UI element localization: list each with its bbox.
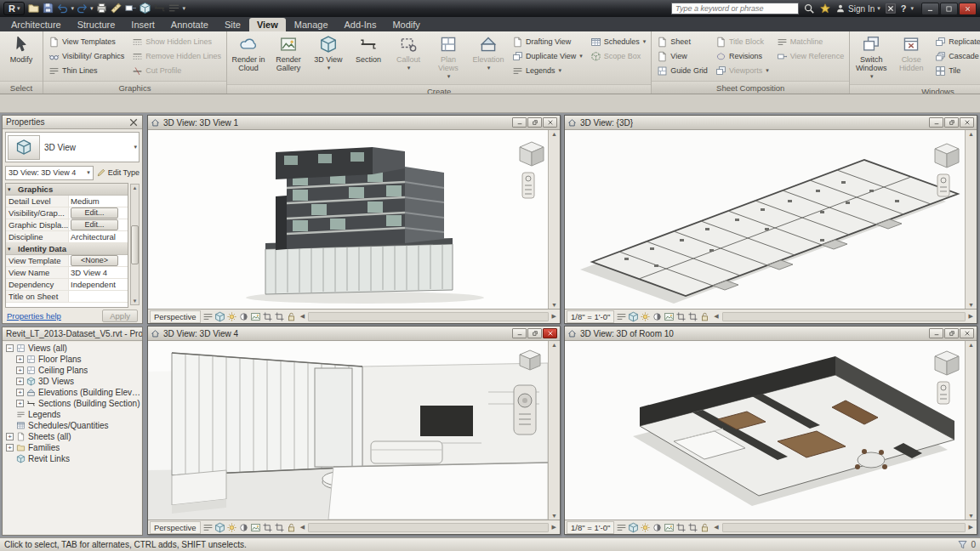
close-button[interactable] [960,328,974,338]
qat-customize-icon[interactable]: ▾ [183,5,186,12]
browser-item-sheets-all[interactable]: +Sheets (all) [3,431,141,442]
tab-insert[interactable]: Insert [123,18,162,31]
replicate-button[interactable]: Replicate [932,35,980,48]
minimize-button[interactable] [512,328,527,338]
3d-view-button[interactable]: 3D View▾ [309,32,348,75]
close-window-button[interactable] [959,3,977,15]
browser-item-3d-views[interactable]: +3D Views [3,376,141,387]
tab-structure[interactable]: Structure [70,18,123,31]
help-icon[interactable]: ? [901,3,907,14]
plan-views-button[interactable]: Plan Views▾ [429,32,468,83]
show-crop-icon[interactable] [687,522,698,533]
type-selector-dropdown-icon[interactable]: ▾ [134,144,137,151]
qat-save-button[interactable] [42,2,54,16]
visibility-graphics-button[interactable]: Visibility/ Graphics [45,49,128,63]
tab-annotate[interactable]: Annotate [163,18,216,31]
minimize-button[interactable] [512,117,527,128]
show-crop-icon[interactable] [687,311,698,322]
render-dialog-icon[interactable] [664,522,675,533]
sun-path-icon[interactable] [640,522,651,533]
view-template-value-button[interactable]: <None> [71,255,118,266]
thin-lines-button[interactable]: Thin Lines [45,64,128,77]
scroll-left-icon[interactable]: ◀ [712,313,720,320]
view-horizontal-scrollbar[interactable] [722,523,966,532]
browser-item-sections-building-section[interactable]: +Sections (Building Section) [3,398,141,409]
properties-scrollbar[interactable]: ▲ ▼ [130,184,140,305]
close-button[interactable] [543,117,557,128]
unlocked-view-icon[interactable] [699,311,710,322]
panel-label-graphics[interactable]: Graphics [43,81,226,94]
view-scale-button[interactable]: Perspective [150,521,201,534]
tile-button[interactable]: Tile [932,64,980,77]
shadows-icon[interactable] [652,522,663,533]
matchline-button[interactable]: Matchline [773,35,847,48]
tree-expander-icon[interactable]: + [16,400,24,407]
crop-view-icon[interactable] [262,522,273,533]
browser-item-elevations-building-elevation[interactable]: +Elevations (Building Elevation) [3,387,141,398]
minimize-window-button[interactable] [921,3,939,15]
properties-help-link[interactable]: Properties help [7,311,61,321]
qat-section-button[interactable] [153,2,166,16]
property-value[interactable]: Independent [69,279,128,290]
view-window-titlebar[interactable]: 3D View: {3D} [565,116,977,130]
scroll-left-icon[interactable]: ◀ [712,524,720,531]
qat-open-button[interactable] [27,2,40,16]
guide-grid-button[interactable]: Guide Grid [653,64,711,77]
view-window-3d-view-4[interactable]: 3D View: 3D View 4 [147,326,561,535]
tree-expander-icon[interactable]: + [16,355,24,363]
scroll-left-icon[interactable]: ◀ [299,524,306,531]
revisions-button[interactable]: Revisions [712,49,772,63]
tree-expander-icon[interactable]: + [16,366,24,374]
view-vertical-scrollbar[interactable]: ▲▼ [965,341,977,520]
tab-architecture[interactable]: Architecture [3,18,69,31]
view-window-3d-of-room-10[interactable]: 3D View: 3D of Room 10 [564,326,977,535]
unlocked-view-icon[interactable] [699,522,710,533]
tree-expander-icon[interactable]: + [6,444,14,452]
show-crop-icon[interactable] [274,311,285,322]
duplicate-view-button[interactable]: Duplicate View▾ [509,49,586,63]
legends-button[interactable]: Legends▾ [509,64,586,77]
view-canvas-axon-room[interactable] [565,341,965,520]
qat-default-3d-view-button[interactable] [139,2,151,16]
view-scale-button[interactable]: 1/8" = 1'-0" [567,310,614,323]
property-group-graphics[interactable]: ▾Graphics [6,184,128,196]
tab-manage[interactable]: Manage [287,18,336,31]
cut-profile-button[interactable]: Cut Profile [128,64,225,77]
restore-button[interactable] [527,117,542,128]
schedules-button[interactable]: Schedules▾ [587,35,650,48]
panel-label-select[interactable]: Select [0,81,43,94]
view-horizontal-scrollbar[interactable] [308,312,549,321]
view-vertical-scrollbar[interactable]: ▲▼ [548,130,560,309]
panel-label-create[interactable]: Create [227,84,651,94]
qat-measure-button[interactable] [110,2,122,16]
detail-level-icon[interactable] [616,522,627,533]
restore-button[interactable] [944,328,959,338]
property-value[interactable]: <None> [69,255,128,266]
view-canvas-axon-building[interactable] [565,130,965,309]
property-value[interactable]: Edit... [69,219,128,230]
view-canvas-interior[interactable] [148,341,548,520]
property-group-identity-data[interactable]: ▾Identity Data [6,243,128,255]
instance-selector[interactable]: 3D View: 3D View 4 ▾ [5,166,94,180]
shadows-icon[interactable] [238,311,249,322]
sun-path-icon[interactable] [640,311,651,322]
tab-view[interactable]: View [249,18,286,31]
close-button[interactable] [960,117,974,128]
scroll-up-icon[interactable]: ▲ [133,185,138,190]
edit-type-button[interactable]: Edit Type [96,168,140,178]
render-dialog-icon[interactable] [250,522,261,533]
collapse-icon[interactable]: ▾ [8,246,11,253]
close-icon[interactable] [128,117,139,128]
graphic-displa-value-button[interactable]: Edit... [71,219,118,230]
tree-expander-icon[interactable]: + [16,389,24,396]
filter-icon[interactable] [957,539,968,550]
tree-expander-icon[interactable]: + [6,433,14,440]
callout-button[interactable]: Callout▾ [389,32,428,75]
browser-item-revit-links[interactable]: Revit Links [3,453,141,464]
browser-item-floor-plans[interactable]: +Floor Plans [3,354,141,365]
scroll-right-icon[interactable]: ▶ [550,313,558,320]
scope-box-button[interactable]: Scope Box [587,49,650,63]
panel-label-sheet-composition[interactable]: Sheet Composition [652,81,849,94]
switch-windows-button[interactable]: Switch Windows▾ [852,32,891,83]
scroll-right-icon[interactable]: ▶ [550,524,558,531]
